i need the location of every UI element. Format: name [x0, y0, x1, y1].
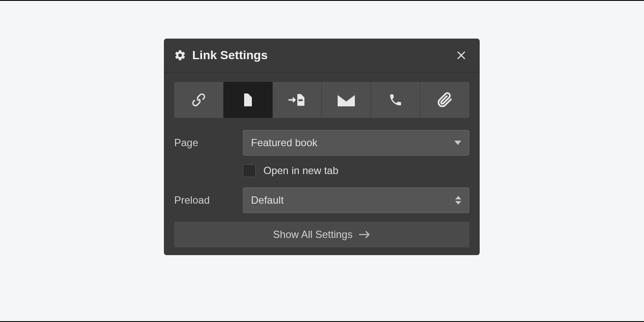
attachment-icon [437, 92, 453, 108]
close-button[interactable] [453, 47, 469, 63]
link-settings-panel: Link Settings [164, 39, 480, 255]
link-type-tabbar [174, 82, 469, 118]
preload-label: Preload [174, 194, 243, 206]
panel-title: Link Settings [192, 48, 453, 62]
page-select[interactable]: Featured book [243, 130, 469, 156]
open-new-tab-checkbox[interactable] [243, 164, 256, 177]
arrow-right-icon [359, 230, 371, 239]
tab-phone[interactable] [371, 82, 420, 118]
mail-icon [338, 93, 355, 106]
tab-url[interactable] [174, 82, 224, 118]
tab-email[interactable] [322, 82, 371, 118]
svg-rect-2 [298, 99, 302, 101]
panel-body: Page Featured book Open in new tab Prelo… [164, 72, 480, 255]
page-label: Page [174, 137, 243, 149]
link-icon [191, 92, 206, 108]
tab-page-section[interactable] [273, 82, 322, 118]
close-icon [456, 50, 467, 61]
preload-select-value: Default [251, 194, 455, 206]
page-select-value: Featured book [251, 137, 454, 149]
caret-updown-icon [455, 196, 461, 205]
page-icon [240, 92, 256, 108]
page-row: Page Featured book [174, 130, 469, 156]
open-new-tab-label: Open in new tab [263, 165, 339, 177]
caret-down-icon [454, 141, 461, 145]
show-all-settings-label: Show All Settings [273, 229, 352, 241]
preload-row: Preload Default [174, 187, 469, 213]
preload-select[interactable]: Default [243, 187, 469, 213]
show-all-settings-button[interactable]: Show All Settings [174, 222, 469, 247]
panel-header: Link Settings [164, 39, 480, 72]
page-section-icon [288, 92, 307, 108]
gear-icon [174, 49, 186, 61]
tab-file[interactable] [420, 82, 469, 118]
tab-page[interactable] [224, 82, 273, 118]
open-new-tab-row: Open in new tab [243, 164, 469, 177]
phone-icon [388, 93, 403, 107]
